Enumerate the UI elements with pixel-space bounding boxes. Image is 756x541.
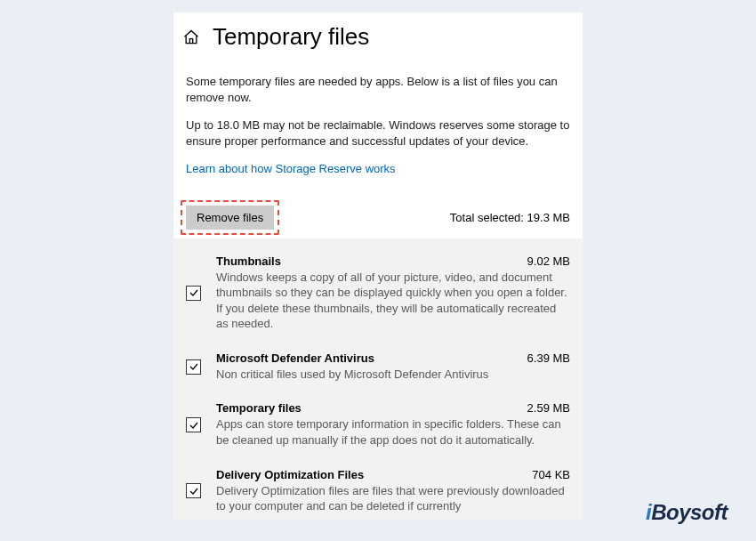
item-desc: Delivery Optimization files are files th…	[216, 483, 570, 514]
total-selected: Total selected: 19.3 MB	[450, 211, 570, 224]
item-title: Delivery Optimization Files	[216, 468, 364, 481]
settings-window: Temporary files Some temporary files are…	[173, 12, 583, 520]
list-item: Temporary files 2.59 MB Apps can store t…	[186, 394, 570, 460]
checkbox-thumbnails[interactable]	[186, 286, 201, 301]
checkbox-temp-files[interactable]	[186, 417, 201, 432]
checkbox-delivery-opt[interactable]	[186, 483, 201, 498]
item-title: Temporary files	[216, 401, 302, 415]
checkbox-defender[interactable]	[186, 359, 201, 375]
item-title: Thumbnails	[216, 254, 281, 268]
item-desc: Apps can store temporary information in …	[216, 416, 570, 448]
page-title: Temporary files	[213, 23, 369, 51]
check-icon	[189, 287, 199, 298]
item-size: 704 KB	[532, 468, 570, 481]
file-list: Thumbnails 9.02 MB Windows keeps a copy …	[173, 238, 583, 520]
item-desc: Non critical files used by Microsoft Def…	[216, 367, 570, 383]
item-size: 2.59 MB	[527, 401, 570, 415]
action-row: Remove files Total selected: 19.3 MB	[173, 190, 583, 238]
remove-files-label: Remove files	[197, 211, 263, 224]
list-item: Thumbnails 9.02 MB Windows keeps a copy …	[186, 247, 570, 344]
storage-reserve-link[interactable]: Learn about how Storage Reserve works	[186, 162, 396, 175]
item-title: Microsoft Defender Antivirus	[216, 351, 374, 365]
list-item: Delivery Optimization Files 704 KB Deliv…	[186, 461, 570, 520]
check-icon	[189, 486, 199, 497]
watermark-rest: Boysoft	[651, 500, 728, 524]
item-desc: Windows keeps a copy of all of your pict…	[216, 270, 570, 332]
watermark-logo: iBoysoft	[646, 500, 728, 525]
header: Temporary files	[173, 12, 583, 58]
item-size: 9.02 MB	[527, 254, 570, 268]
remove-files-button[interactable]: Remove files	[186, 206, 274, 230]
intro-block: Some temporary files are needed by apps.…	[173, 58, 583, 177]
intro-text-1: Some temporary files are needed by apps.…	[186, 74, 570, 105]
check-icon	[189, 361, 199, 372]
check-icon	[189, 420, 199, 431]
intro-text-2: Up to 18.0 MB may not be reclaimable. Wi…	[186, 117, 570, 149]
home-icon[interactable]	[182, 28, 200, 46]
item-size: 6.39 MB	[527, 351, 570, 365]
list-item: Microsoft Defender Antivirus 6.39 MB Non…	[186, 344, 570, 395]
